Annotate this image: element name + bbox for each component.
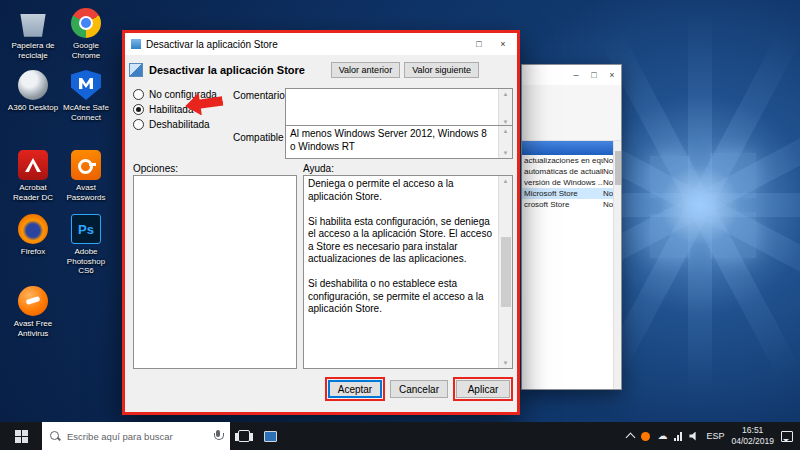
comment-input[interactable]: ▲ ▼ bbox=[285, 88, 513, 128]
mcafee-shield-icon bbox=[71, 70, 101, 100]
radio-disabled[interactable]: Deshabilitada bbox=[133, 119, 210, 130]
avast-tray-icon[interactable] bbox=[641, 432, 650, 441]
comment-text[interactable] bbox=[286, 89, 498, 127]
taskbar-app-button[interactable] bbox=[257, 422, 284, 450]
taskbar: Escribe aquí para buscar ☁ ESP 16:51 04/… bbox=[0, 422, 800, 450]
scroll-up-icon[interactable]: ▲ bbox=[503, 176, 509, 186]
desktop-icon-label: A360 Desktop bbox=[6, 103, 60, 113]
firefox-icon bbox=[18, 214, 48, 244]
desktop: Papelera de reciclaje A360 Desktop Acrob… bbox=[0, 0, 800, 450]
desktop-icon-acrobat[interactable]: Acrobat Reader DC bbox=[6, 150, 60, 202]
radio-label: Deshabilitada bbox=[149, 119, 210, 130]
desktop-icon-a360[interactable]: A360 Desktop bbox=[6, 70, 60, 113]
bg-window-titlebar: – □ × bbox=[522, 65, 621, 85]
desktop-icon-label: Firefox bbox=[6, 247, 60, 257]
options-panel[interactable] bbox=[133, 175, 297, 369]
dialog-buttons: Aceptar Cancelar Aplicar bbox=[325, 377, 513, 401]
close-icon[interactable]: × bbox=[491, 33, 515, 55]
desktop-icon-label: Adobe Photoshop CS6 bbox=[59, 247, 113, 276]
radio-circle-selected[interactable] bbox=[133, 104, 144, 115]
desktop-icon-label: Papelera de reciclaje bbox=[6, 41, 60, 60]
scroll-up-icon[interactable]: ▲ bbox=[503, 126, 509, 136]
desktop-icon-mcafee[interactable]: McAfee Safe Connect bbox=[59, 70, 113, 122]
radio-circle[interactable] bbox=[133, 89, 144, 100]
scroll-up-icon[interactable]: ▲ bbox=[503, 89, 509, 99]
acrobat-icon bbox=[18, 150, 48, 180]
desktop-icon-photoshop[interactable]: Ps Adobe Photoshop CS6 bbox=[59, 214, 113, 276]
dialog-title: Desactivar la aplicación Store bbox=[146, 39, 467, 50]
supported-on-box[interactable]: Al menos Windows Server 2012, Windows 8 … bbox=[285, 125, 513, 159]
desktop-icon-avast-antivirus[interactable]: Avast Free Antivirus bbox=[6, 286, 60, 338]
scrollbar[interactable]: ▲ ▼ bbox=[498, 176, 512, 368]
desktop-icon-chrome[interactable]: Google Chrome bbox=[59, 8, 113, 60]
windows-logo-icon bbox=[15, 430, 28, 443]
scrollbar-thumb[interactable] bbox=[501, 237, 511, 307]
cancel-button[interactable]: Cancelar bbox=[390, 380, 448, 398]
network-signal-icon[interactable] bbox=[674, 432, 682, 441]
setting-row[interactable]: automáticas de actualiz... No bbox=[522, 166, 621, 177]
photoshop-icon: Ps bbox=[71, 214, 101, 244]
chevron-up-icon[interactable] bbox=[626, 433, 636, 443]
setting-label: crosoft Store bbox=[524, 200, 603, 209]
system-tray: ☁ ESP 16:51 04/02/2019 bbox=[622, 422, 800, 450]
setting-row[interactable]: versión de Windows ... No bbox=[522, 177, 621, 188]
setting-label: versión de Windows ... bbox=[524, 178, 603, 187]
next-setting-button[interactable]: Valor siguiente bbox=[404, 62, 479, 78]
policy-setting-dialog: Desactivar la aplicación Store □ × Desac… bbox=[122, 30, 520, 415]
start-button[interactable] bbox=[0, 422, 42, 450]
scrollbar[interactable]: ▲ ▼ bbox=[498, 89, 512, 127]
accept-button[interactable]: Aceptar bbox=[328, 380, 382, 398]
recycle-bin-icon bbox=[18, 8, 48, 38]
group-policy-editor-window[interactable]: – □ × actualizaciones en equ... No autom… bbox=[521, 64, 622, 390]
radio-not-configured[interactable]: No configurada bbox=[133, 89, 217, 100]
app-window-icon bbox=[264, 431, 277, 442]
tray-time: 16:51 bbox=[731, 425, 774, 436]
minimize-icon[interactable]: – bbox=[567, 70, 585, 80]
scrollbar[interactable]: ▲ ▼ bbox=[498, 126, 512, 158]
setting-row[interactable]: crosoft Store No bbox=[522, 199, 621, 210]
clock[interactable]: 16:51 04/02/2019 bbox=[731, 425, 774, 447]
dialog-icon bbox=[131, 39, 141, 49]
options-label: Opciones: bbox=[133, 163, 178, 174]
wallpaper-beam bbox=[600, 32, 800, 379]
selected-setting-row[interactable] bbox=[522, 141, 621, 155]
scrollbar[interactable] bbox=[613, 141, 621, 389]
apply-button[interactable]: Aplicar bbox=[456, 380, 510, 398]
avast-passwords-icon bbox=[71, 150, 101, 180]
scrollbar-thumb[interactable] bbox=[615, 151, 621, 185]
microphone-icon[interactable] bbox=[213, 430, 223, 443]
policy-setting-icon bbox=[129, 63, 143, 77]
wallpaper-window-pane bbox=[650, 156, 690, 198]
action-center-icon[interactable] bbox=[781, 431, 793, 442]
help-panel[interactable]: Deniega o permite el acceso a la aplicac… bbox=[303, 175, 513, 369]
desktop-icon-firefox[interactable]: Firefox bbox=[6, 214, 60, 257]
task-view-button[interactable] bbox=[230, 422, 257, 450]
search-input[interactable]: Escribe aquí para buscar bbox=[42, 422, 230, 450]
close-icon[interactable]: × bbox=[603, 70, 621, 80]
wallpaper-window-pane bbox=[710, 153, 756, 198]
task-view-icon bbox=[238, 430, 250, 442]
language-indicator[interactable]: ESP bbox=[706, 431, 724, 441]
scroll-down-icon[interactable]: ▼ bbox=[503, 358, 509, 368]
cloud-icon[interactable]: ☁ bbox=[657, 431, 667, 441]
apply-highlight-box: Aplicar bbox=[453, 377, 513, 401]
setting-row-microsoft-store[interactable]: Microsoft Store No bbox=[522, 188, 621, 199]
help-text: Deniega o permite el acceso a la aplicac… bbox=[304, 176, 498, 368]
scroll-down-icon[interactable]: ▼ bbox=[503, 148, 509, 158]
desktop-icon-avast-passwords[interactable]: Avast Passwords bbox=[59, 150, 113, 202]
maximize-icon[interactable]: □ bbox=[467, 33, 491, 55]
wallpaper-beam bbox=[688, 15, 712, 395]
setting-row[interactable]: actualizaciones en equ... No bbox=[522, 155, 621, 166]
supported-on-value: Al menos Windows Server 2012, Windows 8 … bbox=[286, 126, 498, 158]
dialog-header: Desactivar la aplicación Store Valor ant… bbox=[129, 59, 513, 81]
volume-icon[interactable] bbox=[689, 432, 699, 441]
radio-enabled[interactable]: Habilitada bbox=[133, 104, 193, 115]
chrome-icon bbox=[71, 8, 101, 38]
maximize-icon[interactable]: □ bbox=[585, 70, 603, 80]
desktop-icon-recycle-bin[interactable]: Papelera de reciclaje bbox=[6, 8, 60, 60]
previous-setting-button[interactable]: Valor anterior bbox=[331, 62, 400, 78]
search-placeholder: Escribe aquí para buscar bbox=[67, 431, 207, 442]
dialog-titlebar[interactable]: Desactivar la aplicación Store □ × bbox=[125, 33, 517, 55]
setting-label: Microsoft Store bbox=[524, 189, 603, 198]
radio-circle[interactable] bbox=[133, 119, 144, 130]
